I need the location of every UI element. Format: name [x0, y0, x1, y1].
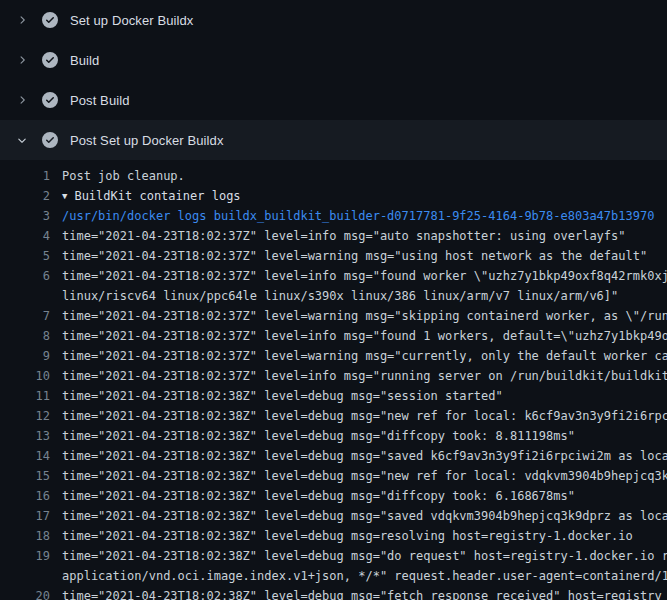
line-number[interactable]: 6	[0, 266, 50, 286]
log-section-header[interactable]: Build	[0, 40, 667, 80]
log-line: 2▼BuildKit container logs	[0, 186, 667, 206]
line-number[interactable]: 3	[0, 206, 50, 226]
log-section-header[interactable]: Post Set up Docker Buildx	[0, 120, 667, 160]
log-command-text: /usr/bin/docker logs buildx_buildkit_bui…	[50, 206, 667, 226]
log-line: 17time="2021-04-23T18:02:38Z" level=debu…	[0, 506, 667, 526]
log-line: 6time="2021-04-23T18:02:37Z" level=info …	[0, 266, 667, 286]
check-circle-icon	[42, 132, 58, 148]
log-section-header[interactable]: Post Build	[0, 80, 667, 120]
log-line-continuation: application/vnd.oci.image.index.v1+json,…	[0, 566, 667, 586]
line-number[interactable]: 18	[0, 526, 50, 546]
disclosure-triangle-icon[interactable]: ▼	[62, 186, 67, 206]
log-line: 5time="2021-04-23T18:02:37Z" level=warni…	[0, 246, 667, 266]
log-text: time="2021-04-23T18:02:37Z" level=info m…	[50, 366, 667, 386]
chevron-down-icon	[14, 132, 30, 148]
check-circle-icon	[42, 12, 58, 28]
log-text: time="2021-04-23T18:02:38Z" level=debug …	[50, 506, 667, 526]
check-circle-icon	[42, 52, 58, 68]
log-text: time="2021-04-23T18:02:37Z" level=warnin…	[50, 346, 667, 366]
log-text: time="2021-04-23T18:02:38Z" level=debug …	[50, 406, 667, 426]
log-text: linux/riscv64 linux/ppc64le linux/s390x …	[50, 286, 667, 306]
chevron-right-icon	[14, 92, 30, 108]
chevron-right-icon	[16, 54, 28, 66]
line-number[interactable]: 1	[0, 166, 50, 186]
line-number[interactable]: 20	[0, 586, 50, 600]
log-line: 4time="2021-04-23T18:02:37Z" level=info …	[0, 226, 667, 246]
log-line: 9time="2021-04-23T18:02:37Z" level=warni…	[0, 346, 667, 366]
log-line: 3/usr/bin/docker logs buildx_buildkit_bu…	[0, 206, 667, 226]
line-number[interactable]: 15	[0, 466, 50, 486]
chevron-right-icon	[16, 94, 28, 106]
line-number[interactable]: 13	[0, 426, 50, 446]
log-text: time="2021-04-23T18:02:37Z" level=info m…	[50, 226, 667, 246]
chevron-right-icon	[16, 14, 28, 26]
chevron-right-icon	[14, 12, 30, 28]
log-text: time="2021-04-23T18:02:38Z" level=debug …	[50, 466, 667, 486]
workflow-log-viewer: Set up Docker BuildxBuildPost BuildPost …	[0, 0, 667, 600]
log-line: 16time="2021-04-23T18:02:38Z" level=debu…	[0, 486, 667, 506]
log-line: 10time="2021-04-23T18:02:37Z" level=info…	[0, 366, 667, 386]
log-line: 7time="2021-04-23T18:02:37Z" level=warni…	[0, 306, 667, 326]
log-line: 20time="2021-04-23T18:02:38Z" level=debu…	[0, 586, 667, 600]
log-text: time="2021-04-23T18:02:37Z" level=info m…	[50, 326, 667, 346]
log-line: 19time="2021-04-23T18:02:38Z" level=debu…	[0, 546, 667, 566]
line-number[interactable]: 16	[0, 486, 50, 506]
log-text: time="2021-04-23T18:02:37Z" level=info m…	[50, 266, 667, 286]
log-line: 8time="2021-04-23T18:02:37Z" level=info …	[0, 326, 667, 346]
line-number[interactable]: 14	[0, 446, 50, 466]
log-line: 14time="2021-04-23T18:02:38Z" level=debu…	[0, 446, 667, 466]
check-circle-icon	[42, 12, 58, 28]
log-text: time="2021-04-23T18:02:37Z" level=warnin…	[50, 306, 667, 326]
check-circle-icon	[42, 92, 58, 108]
line-number[interactable]: 11	[0, 386, 50, 406]
section-label: Post Build	[70, 93, 130, 108]
line-number[interactable]: 5	[0, 246, 50, 266]
log-line: 11time="2021-04-23T18:02:38Z" level=debu…	[0, 386, 667, 406]
log-text: time="2021-04-23T18:02:37Z" level=warnin…	[50, 246, 667, 266]
log-line-continuation: linux/riscv64 linux/ppc64le linux/s390x …	[0, 286, 667, 306]
log-text: time="2021-04-23T18:02:38Z" level=debug …	[50, 446, 667, 466]
check-circle-icon	[42, 92, 58, 108]
line-number-empty	[0, 566, 50, 586]
log-line: 1Post job cleanup.	[0, 166, 667, 186]
log-lines: 1Post job cleanup.2▼BuildKit container l…	[0, 160, 667, 600]
check-circle-icon	[42, 52, 58, 68]
section-label: Build	[70, 53, 99, 68]
chevron-right-icon	[14, 52, 30, 68]
section-label: Post Set up Docker Buildx	[70, 133, 224, 148]
log-text: time="2021-04-23T18:02:38Z" level=debug …	[50, 426, 667, 446]
check-circle-icon	[42, 132, 58, 148]
log-text: time="2021-04-23T18:02:38Z" level=debug …	[50, 486, 667, 506]
line-number[interactable]: 9	[0, 346, 50, 366]
log-group-toggle[interactable]: ▼BuildKit container logs	[50, 186, 667, 206]
log-text: application/vnd.oci.image.index.v1+json,…	[50, 566, 667, 586]
section-label: Set up Docker Buildx	[70, 13, 193, 28]
log-line: 13time="2021-04-23T18:02:38Z" level=debu…	[0, 426, 667, 446]
line-number[interactable]: 7	[0, 306, 50, 326]
log-text: time="2021-04-23T18:02:38Z" level=debug …	[50, 526, 667, 546]
line-number[interactable]: 4	[0, 226, 50, 246]
line-number[interactable]: 17	[0, 506, 50, 526]
log-group-title[interactable]: BuildKit container logs	[74, 189, 240, 203]
log-line: 12time="2021-04-23T18:02:38Z" level=debu…	[0, 406, 667, 426]
log-text: time="2021-04-23T18:02:38Z" level=debug …	[50, 586, 667, 600]
log-text: Post job cleanup.	[50, 166, 667, 186]
log-line: 18time="2021-04-23T18:02:38Z" level=debu…	[0, 526, 667, 546]
line-number[interactable]: 19	[0, 546, 50, 566]
log-text: time="2021-04-23T18:02:38Z" level=debug …	[50, 546, 667, 566]
chevron-down-icon	[16, 134, 28, 146]
line-number[interactable]: 2	[0, 186, 50, 206]
line-number-empty	[0, 286, 50, 306]
line-number[interactable]: 10	[0, 366, 50, 386]
sections: Set up Docker BuildxBuildPost BuildPost …	[0, 0, 667, 160]
log-line: 15time="2021-04-23T18:02:38Z" level=debu…	[0, 466, 667, 486]
line-number[interactable]: 12	[0, 406, 50, 426]
line-number[interactable]: 8	[0, 326, 50, 346]
log-text: time="2021-04-23T18:02:38Z" level=debug …	[50, 386, 667, 406]
log-section-header[interactable]: Set up Docker Buildx	[0, 0, 667, 40]
